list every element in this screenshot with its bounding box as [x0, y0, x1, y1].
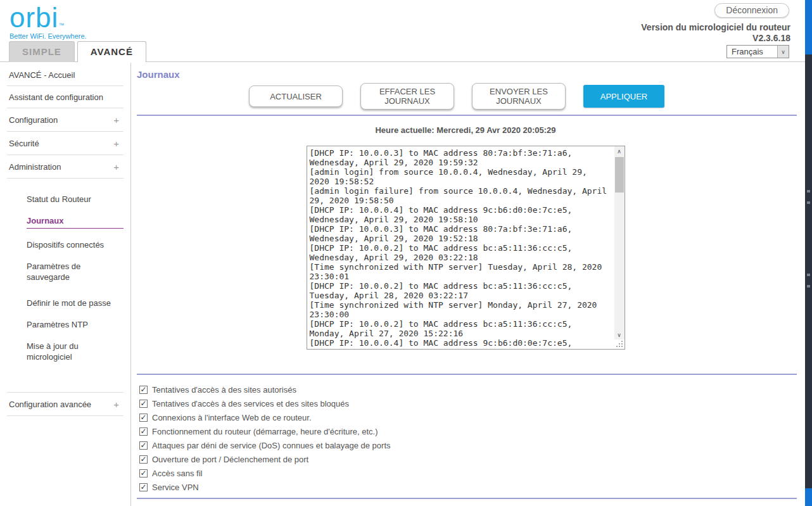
header: orbi™ Better WiFi. Everywhere. Déconnexi…	[0, 0, 805, 62]
checkbox-row-service-vpn[interactable]: ✓ Service VPN	[139, 480, 799, 494]
checkbox-label: Fonctionnement du routeur (démarrage, he…	[152, 427, 378, 436]
checkbox-row-sites-bloques[interactable]: ✓ Tentatives d'accès à des services et d…	[139, 396, 799, 410]
sidebar-subitem-definir-le-mot-de-passe[interactable]: Définir le mot de passe	[27, 298, 122, 308]
sidebar-subitem-label: Journaux	[27, 215, 124, 229]
divider	[137, 374, 797, 375]
checkbox-label: Tentatives d'accès à des sites autorisés	[152, 385, 296, 395]
current-time-label: Heure actuelle: Mercredi, 29 Avr 2020 20…	[132, 125, 799, 135]
resize-grip-icon[interactable]	[616, 340, 624, 348]
browser-dock-strip[interactable]	[805, 0, 812, 506]
clear-logs-button[interactable]: EFFACER LES JOURNAUX	[360, 83, 454, 110]
sidebar-item-label: Administration	[9, 162, 61, 172]
sidebar-item-assistant-configuration[interactable]: Assistant de configuration	[7, 86, 124, 108]
checkbox-label: Attaques par déni de service (DoS) connu…	[152, 441, 391, 450]
checkbox-label: Ouverture de port / Déclenchement de por…	[152, 455, 308, 464]
sidebar-item-label: AVANCÉ - Accueil	[9, 70, 75, 80]
orbi-logo-text: orbi	[10, 2, 58, 33]
checkbox-checked-icon[interactable]: ✓	[139, 386, 148, 394]
checkbox-label: Accès sans fil	[152, 469, 202, 478]
checkbox-checked-icon[interactable]: ✓	[139, 483, 148, 491]
language-select[interactable]: Français ∨	[726, 45, 789, 58]
checkbox-checked-icon[interactable]: ✓	[139, 427, 148, 436]
checkbox-row-acces-sans-fil[interactable]: ✓ Accès sans fil	[139, 466, 799, 480]
checkbox-checked-icon[interactable]: ✓	[139, 455, 148, 464]
sidebar-subitem-dispositifs-connectes[interactable]: Dispositifs connectés	[27, 239, 122, 250]
log-text[interactable]: [DHCP IP: 10.0.0.3] to MAC address 80:7a…	[308, 147, 614, 348]
checkbox-checked-icon[interactable]: ✓	[139, 469, 148, 478]
checkbox-checked-icon[interactable]: ✓	[139, 441, 148, 450]
checkbox-checked-icon[interactable]: ✓	[139, 414, 148, 422]
dock-strip-mark	[807, 274, 810, 276]
sidebar-item-configuration-avancee[interactable]: Configuration avancée +	[7, 392, 124, 416]
refresh-button[interactable]: ACTUALISER	[249, 85, 343, 107]
sidebar-subitem-mise-a-jour-du-micrologiciel[interactable]: Mise à jour du micrologiciel	[27, 341, 122, 362]
trademark-icon: ™	[58, 22, 64, 28]
sidebar-item-label: Assistant de configuration	[9, 92, 103, 102]
firmware-version-value: V2.3.6.18	[752, 33, 790, 43]
sidebar-item-avance-accueil[interactable]: AVANCÉ - Accueil	[7, 64, 124, 86]
scroll-down-icon[interactable]: ∨	[614, 330, 625, 339]
tab-simple[interactable]: SIMPLE	[9, 41, 75, 62]
scrollbar-thumb[interactable]	[615, 157, 624, 193]
dock-strip-mark	[807, 285, 810, 288]
dock-strip-bottom	[805, 488, 812, 506]
sidebar-item-securite[interactable]: Sécurité +	[7, 132, 124, 155]
log-textarea[interactable]: [DHCP IP: 10.0.0.3] to MAC address 80:7a…	[307, 146, 625, 350]
checkbox-row-sites-autorises[interactable]: ✓ Tentatives d'accès à des sites autoris…	[139, 383, 799, 396]
sidebar-item-configuration[interactable]: Configuration +	[7, 108, 124, 132]
language-selected-value: Français	[727, 46, 777, 58]
dock-strip-mark	[807, 201, 810, 204]
chevron-down-icon[interactable]: ∨	[777, 46, 789, 58]
firmware-version-label: Version du micrologiciel du routeur	[641, 22, 790, 32]
expand-plus-icon[interactable]: +	[113, 161, 122, 172]
sidebar-subitem-parametres-ntp[interactable]: Paramètres NTP	[27, 319, 122, 330]
expand-plus-icon[interactable]: +	[113, 115, 122, 125]
dock-strip-top	[805, 0, 812, 54]
expand-plus-icon[interactable]: +	[113, 138, 122, 149]
mode-tabs: SIMPLE AVANCÉ	[9, 41, 146, 62]
checkbox-row-connexions-interface-web[interactable]: ✓ Connexions à l'interface Web de ce rou…	[139, 410, 799, 424]
tab-avance[interactable]: AVANCÉ	[77, 41, 146, 62]
checkbox-row-fonctionnement-routeur[interactable]: ✓ Fonctionnement du routeur (démarrage, …	[139, 424, 799, 438]
sidebar-subitem-statut-du-routeur[interactable]: Statut du Routeur	[27, 194, 122, 205]
send-logs-button[interactable]: ENVOYER LES JOURNAUX	[472, 83, 566, 110]
log-scrollbar[interactable]: ∧ ∨	[614, 146, 625, 339]
checkbox-label: Connexions à l'interface Web de ce route…	[152, 413, 312, 422]
sidebar-nav: AVANCÉ - Accueil Assistant de configurat…	[0, 63, 131, 506]
sidebar-spacer	[0, 373, 130, 392]
administration-submenu: Statut du Routeur Journaux Dispositifs c…	[0, 179, 130, 362]
apply-button[interactable]: APPLIQUER	[583, 85, 664, 108]
orbi-logo: orbi™ Better WiFi. Everywhere.	[10, 5, 87, 40]
toolbar: ACTUALISER EFFACER LES JOURNAUX ENVOYER …	[249, 82, 799, 110]
checkbox-row-ouverture-de-port[interactable]: ✓ Ouverture de port / Déclenchement de p…	[139, 452, 799, 466]
sidebar-item-administration[interactable]: Administration +	[7, 155, 124, 179]
checkbox-checked-icon[interactable]: ✓	[139, 400, 148, 408]
scroll-up-icon[interactable]: ∧	[614, 146, 625, 156]
checkbox-row-attaques-dos[interactable]: ✓ Attaques par déni de service (DoS) con…	[139, 438, 799, 452]
log-options-list: ✓ Tentatives d'accès à des sites autoris…	[139, 383, 799, 494]
logo-tagline: Better WiFi. Everywhere.	[10, 32, 87, 40]
sidebar-subitem-parametres-de-sauvegarde[interactable]: Paramètres de sauvegarde	[27, 261, 122, 282]
logout-button[interactable]: Déconnexion	[714, 3, 789, 18]
sidebar-item-label: Sécurité	[9, 139, 39, 148]
expand-plus-icon[interactable]: +	[113, 399, 122, 410]
main-content: Journaux ACTUALISER EFFACER LES JOURNAUX…	[132, 63, 799, 506]
divider	[137, 115, 797, 116]
checkbox-label: Service VPN	[152, 483, 199, 492]
sidebar-subitem-journaux-active[interactable]: Journaux	[27, 215, 122, 229]
divider	[137, 498, 797, 499]
sidebar-item-label: Configuration	[9, 115, 58, 125]
sidebar-item-label: Configuration avancée	[9, 400, 91, 409]
page-title: Journaux	[137, 69, 799, 80]
checkbox-label: Tentatives d'accès à des services et des…	[152, 399, 349, 408]
dock-strip-mark	[807, 190, 810, 193]
